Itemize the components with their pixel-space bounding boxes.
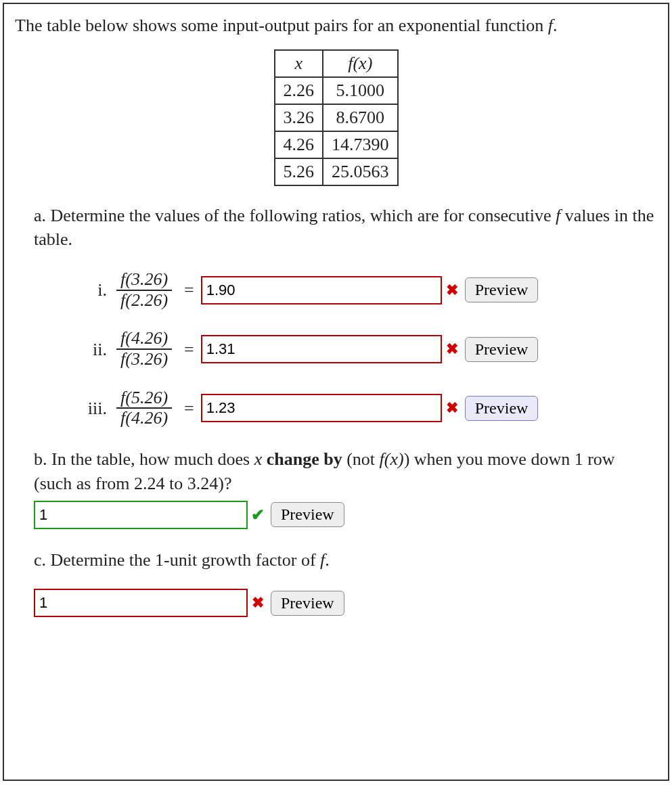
sub-label-iii: iii. bbox=[74, 397, 111, 420]
part-a: a. Determine the values of the following… bbox=[34, 204, 657, 428]
part-c-text1: Determine the 1-unit growth factor of bbox=[46, 550, 320, 570]
part-b-xvar: x bbox=[254, 449, 263, 469]
intro-suffix: . bbox=[553, 16, 558, 35]
preview-button[interactable]: Preview bbox=[465, 277, 539, 302]
answer-input-c[interactable] bbox=[34, 589, 248, 617]
equals-sign: = bbox=[184, 278, 194, 302]
table-cell-x: 3.26 bbox=[275, 104, 323, 131]
incorrect-icon: ✖ bbox=[445, 342, 460, 357]
part-b-text1: In the table, how much does bbox=[47, 449, 254, 469]
answer-input-i[interactable] bbox=[201, 276, 442, 304]
part-c: c. Determine the 1-unit growth factor of… bbox=[34, 548, 657, 617]
table-row: 2.265.1000 bbox=[275, 77, 398, 104]
part-b: b. In the table, how much does x change … bbox=[34, 447, 657, 529]
part-a-subitems: i. f(3.26) f(2.26) = ✖ Preview ii. f(4.2… bbox=[74, 270, 657, 428]
sub-item-ii: ii. f(4.26) f(3.26) = ✖ Preview bbox=[74, 329, 657, 369]
intro-text: The table below shows some input-output … bbox=[15, 14, 657, 37]
incorrect-icon: ✖ bbox=[250, 595, 265, 610]
answer-input-iii[interactable] bbox=[201, 394, 442, 422]
table-cell-x: 5.26 bbox=[275, 158, 323, 185]
preview-button[interactable]: Preview bbox=[465, 337, 539, 362]
fraction-den: f(4.26) bbox=[116, 409, 172, 428]
table-cell-x: 2.26 bbox=[275, 77, 323, 104]
fraction: f(5.26) f(4.26) bbox=[116, 388, 172, 428]
answer-input-ii[interactable] bbox=[201, 335, 442, 363]
table-cell-fx: 5.1000 bbox=[323, 77, 398, 104]
sub-item-iii: iii. f(5.26) f(4.26) = ✖ Preview bbox=[74, 388, 657, 428]
part-c-label: c. bbox=[34, 550, 46, 570]
part-a-text1: Determine the values of the following ra… bbox=[46, 206, 556, 225]
part-c-answer-row: ✖ Preview bbox=[34, 589, 657, 617]
fraction-num: f(4.26) bbox=[116, 329, 172, 350]
sub-item-i: i. f(3.26) f(2.26) = ✖ Preview bbox=[74, 270, 657, 310]
part-b-bold: change by bbox=[267, 449, 342, 469]
io-table: x f(x) 2.265.1000 3.268.6700 4.2614.7390… bbox=[274, 49, 399, 186]
part-b-text3: (not bbox=[342, 449, 380, 469]
part-b-label: b. bbox=[34, 449, 47, 469]
fraction-den: f(2.26) bbox=[116, 291, 172, 311]
fraction-num: f(3.26) bbox=[116, 270, 172, 291]
table-row: 5.2625.0563 bbox=[275, 158, 398, 185]
preview-button[interactable]: Preview bbox=[465, 396, 539, 421]
table-cell-fx: 25.0563 bbox=[323, 158, 398, 185]
fraction: f(4.26) f(3.26) bbox=[116, 329, 172, 369]
part-c-text2: . bbox=[325, 550, 330, 570]
equals-sign: = bbox=[184, 338, 194, 361]
table-cell-x: 4.26 bbox=[275, 131, 323, 158]
sub-label-ii: ii. bbox=[74, 338, 111, 361]
answer-input-b[interactable] bbox=[34, 501, 248, 529]
equals-sign: = bbox=[184, 397, 194, 420]
table-cell-fx: 8.6700 bbox=[323, 104, 398, 131]
fraction-den: f(3.26) bbox=[116, 350, 172, 369]
table-header-fx: f(x) bbox=[348, 53, 372, 73]
intro-prefix: The table below shows some input-output … bbox=[15, 16, 548, 35]
incorrect-icon: ✖ bbox=[445, 401, 460, 415]
table-header-x: x bbox=[294, 53, 303, 73]
correct-icon: ✔ bbox=[250, 507, 265, 523]
part-a-label: a. bbox=[34, 206, 46, 225]
table-header-row: x f(x) bbox=[275, 50, 398, 77]
preview-button[interactable]: Preview bbox=[271, 591, 344, 616]
fraction: f(3.26) f(2.26) bbox=[116, 270, 172, 310]
preview-button[interactable]: Preview bbox=[271, 502, 344, 527]
table-cell-fx: 14.7390 bbox=[323, 131, 398, 158]
table-row: 3.268.6700 bbox=[275, 104, 398, 131]
incorrect-icon: ✖ bbox=[445, 283, 460, 298]
table-row: 4.2614.7390 bbox=[275, 131, 398, 158]
fraction-num: f(5.26) bbox=[116, 388, 172, 409]
intro-fn: f bbox=[548, 16, 553, 35]
part-b-fx: f(x) bbox=[380, 449, 404, 469]
sub-label-i: i. bbox=[74, 278, 111, 302]
part-b-answer-row: ✔ Preview bbox=[34, 501, 657, 529]
